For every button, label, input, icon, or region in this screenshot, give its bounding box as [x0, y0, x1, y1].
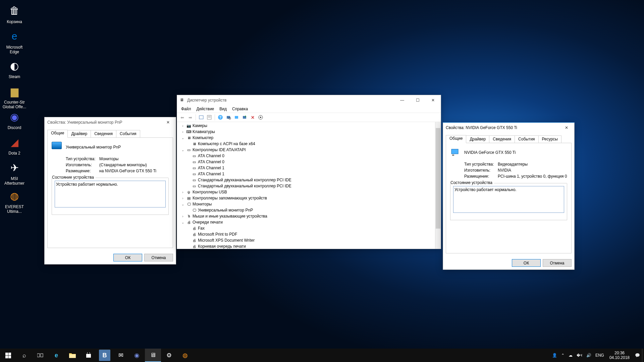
desktop-icon-microsoft-edge[interactable]: eMicrosoft Edge	[2, 28, 27, 55]
tab-события[interactable]: События	[116, 130, 140, 138]
tree-node[interactable]: ▭Стандартный двухканальный контроллер PC…	[178, 177, 439, 183]
show-desktop-button[interactable]	[642, 349, 644, 362]
close-button[interactable]: ✕	[559, 123, 574, 133]
enable-button[interactable]	[257, 114, 264, 121]
tree-node[interactable]: ⌄▭Контроллеры IDE ATA/ATAPI	[178, 147, 439, 153]
window-device-manager[interactable]: 🖥 Диспетчер устройств — ☐ ✕ ФайлДействие…	[177, 95, 441, 249]
tree-node[interactable]: 🖨Microsoft XPS Document Writer	[178, 237, 439, 243]
tree-node[interactable]: ›🖱Мыши и иные указывающие устройства	[178, 213, 439, 219]
uninstall-button[interactable]	[241, 114, 248, 121]
tree-node[interactable]: ›▤Контроллеры запоминающих устройств	[178, 195, 439, 201]
tray-chevron-icon[interactable]: ⌃	[559, 349, 567, 362]
disable-button[interactable]: ✕	[249, 114, 256, 121]
tree-node[interactable]: ▭ATA Channel 0	[178, 153, 439, 159]
desktop-icon-msi-afterburner[interactable]: ✈MSI Afterburner	[2, 160, 27, 186]
close-button[interactable]: ✕	[160, 117, 176, 127]
menu-действие[interactable]: Действие	[194, 106, 217, 112]
tab-события[interactable]: События	[515, 135, 539, 143]
back-button[interactable]: ⬅	[178, 114, 186, 121]
tree-node[interactable]: ⌄🖨Очереди печати	[178, 219, 439, 225]
ok-button[interactable]: ОК	[512, 259, 541, 267]
cancel-button[interactable]: Отмена	[543, 259, 572, 267]
show-hidden-button[interactable]	[198, 114, 205, 121]
minimize-button[interactable]: —	[394, 95, 410, 105]
ok-button[interactable]: ОК	[113, 254, 142, 261]
help-button[interactable]: ?	[217, 114, 224, 121]
expand-icon[interactable]: ›	[180, 215, 185, 218]
desktop-icon-steam[interactable]: ◐Steam	[2, 58, 27, 79]
tree-node[interactable]: ▭ATA Channel 1	[178, 165, 439, 171]
tab-общие[interactable]: Общие	[47, 130, 68, 138]
tab-общие[interactable]: Общие	[446, 135, 466, 143]
tab-ресурсы[interactable]: Ресурсы	[538, 135, 561, 143]
desktop-icon-everest-ultima-[interactable]: ◍EVEREST Ultima...	[2, 188, 27, 214]
menu-файл[interactable]: Файл	[178, 106, 194, 112]
menu-вид[interactable]: Вид	[217, 106, 229, 112]
taskbar-store-icon[interactable]	[80, 349, 97, 362]
taskbar-everest-icon[interactable]: ◍	[177, 349, 193, 362]
taskbar-explorer-icon[interactable]	[64, 349, 80, 362]
desktop-icon-counter-str-global-offe-[interactable]: ▆Counter-Str Global Offe...	[2, 83, 27, 110]
scan-button[interactable]	[225, 114, 232, 121]
expand-icon[interactable]: ⌄	[180, 136, 185, 140]
titlebar[interactable]: Свойства: NVIDIA GeForce GTX 550 Ti ✕	[443, 123, 574, 133]
desktop-icon-dota-2[interactable]: ◢Dota 2	[2, 134, 27, 156]
tree-node[interactable]: ›ψКонтроллеры USB	[178, 189, 439, 195]
expand-icon[interactable]: ›	[180, 130, 185, 134]
window-monitor-properties[interactable]: Свойства: Универсальный монитор PnP ✕ Об…	[44, 117, 176, 264]
window-gpu-properties[interactable]: Свойства: NVIDIA GeForce GTX 550 Ti ✕ Об…	[443, 122, 575, 270]
task-view-button[interactable]	[32, 349, 48, 362]
expand-icon[interactable]: ⌄	[180, 148, 185, 152]
tree-node[interactable]: ▭ATA Channel 0	[178, 159, 439, 165]
desktop-icon-discord[interactable]: ◉Discord	[2, 109, 27, 130]
desktop-icon-корзина[interactable]: 🗑Корзина	[2, 3, 27, 24]
start-button[interactable]	[0, 349, 16, 362]
close-button[interactable]: ✕	[425, 95, 441, 105]
status-textarea[interactable]	[453, 186, 564, 213]
update-driver-button[interactable]	[233, 114, 240, 121]
device-tree[interactable]: ›📷Камеры›⌨Клавиатуры⌄🖥Компьютер🖥Компьюте…	[177, 122, 441, 249]
scrollbar[interactable]	[435, 122, 441, 249]
tab-драйвер[interactable]: Драйвер	[466, 135, 489, 143]
people-icon[interactable]: 👤	[550, 349, 559, 362]
expand-icon[interactable]: ⌄	[180, 221, 185, 224]
cancel-button[interactable]: Отмена	[144, 254, 173, 261]
taskbar-devmgr-icon[interactable]: 🖥	[145, 349, 161, 362]
tree-node[interactable]: 🖵Универсальный монитор PnP	[178, 207, 439, 213]
tree-node[interactable]: ›📷Камеры	[178, 123, 439, 129]
tab-сведения[interactable]: Сведения	[489, 135, 515, 143]
taskbar-discord-icon[interactable]: ◉	[129, 349, 145, 362]
tree-node[interactable]: ›⌨Клавиатуры	[178, 129, 439, 135]
taskbar-edge-icon[interactable]: e	[48, 349, 64, 362]
titlebar[interactable]: Свойства: Универсальный монитор PnP ✕	[45, 117, 176, 127]
tree-node[interactable]: ▭ATA Channel 1	[178, 171, 439, 177]
action-center-icon[interactable]: 💬	[633, 349, 642, 362]
network-icon[interactable]: �খ	[575, 349, 584, 362]
tree-node[interactable]: 🖨Корневая очередь печати	[178, 243, 439, 249]
tree-node[interactable]: 🖨Microsoft Print to PDF	[178, 231, 439, 237]
expand-icon[interactable]: ›	[180, 196, 185, 200]
tree-node[interactable]: ⌄🖵Мониторы	[178, 201, 439, 207]
tree-node[interactable]: 🖨Fax	[178, 225, 439, 231]
taskbar-settings-icon[interactable]: ⚙	[161, 349, 177, 362]
forward-button[interactable]: ➡	[186, 114, 194, 121]
taskbar-vk-icon[interactable]: B	[99, 350, 110, 361]
clock[interactable]: 20:36 04.10.2018	[606, 351, 633, 360]
menu-справка[interactable]: Справка	[229, 106, 251, 112]
tree-node[interactable]: 🖥Компьютер с ACPI на базе x64	[178, 141, 439, 147]
search-button[interactable]: ⌕	[16, 349, 32, 362]
status-textarea[interactable]	[55, 181, 166, 207]
tree-node[interactable]: ▭Стандартный двухканальный контроллер PC…	[178, 183, 439, 189]
tab-сведения[interactable]: Сведения	[91, 130, 116, 138]
titlebar[interactable]: 🖥 Диспетчер устройств — ☐ ✕	[177, 95, 441, 105]
tab-драйвер[interactable]: Драйвер	[67, 130, 91, 138]
language-indicator[interactable]: ENG	[593, 349, 606, 362]
expand-icon[interactable]: ⌄	[180, 202, 185, 206]
expand-icon[interactable]: ›	[180, 190, 185, 194]
onedrive-icon[interactable]: ☁	[567, 349, 575, 362]
volume-icon[interactable]: 🔊	[584, 349, 593, 362]
maximize-button[interactable]: ☐	[410, 95, 425, 105]
expand-icon[interactable]: ›	[180, 124, 185, 128]
properties-button[interactable]	[206, 114, 213, 121]
tree-node[interactable]: ⌄🖥Компьютер	[178, 135, 439, 141]
